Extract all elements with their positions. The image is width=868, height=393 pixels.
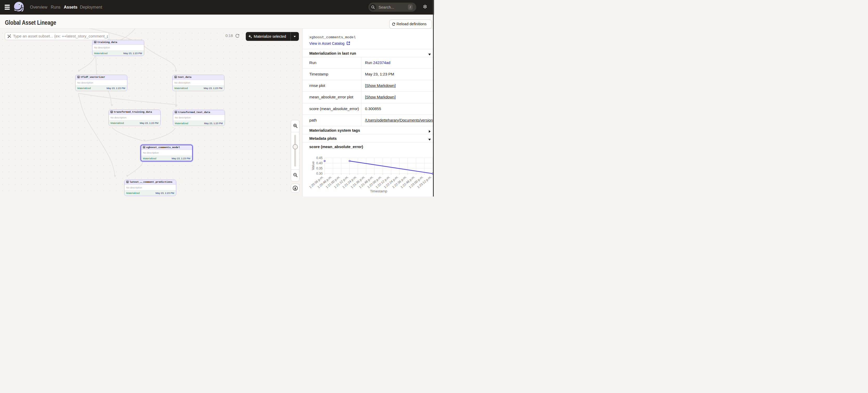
svg-text:0.40: 0.40 (316, 161, 322, 165)
svg-text:0.45: 0.45 (316, 156, 322, 160)
svg-text:Timestamp: Timestamp (370, 189, 387, 193)
svg-text:0.35: 0.35 (316, 167, 322, 170)
svg-text:0.30: 0.30 (316, 172, 322, 175)
svg-text:Value: Value (311, 161, 315, 170)
